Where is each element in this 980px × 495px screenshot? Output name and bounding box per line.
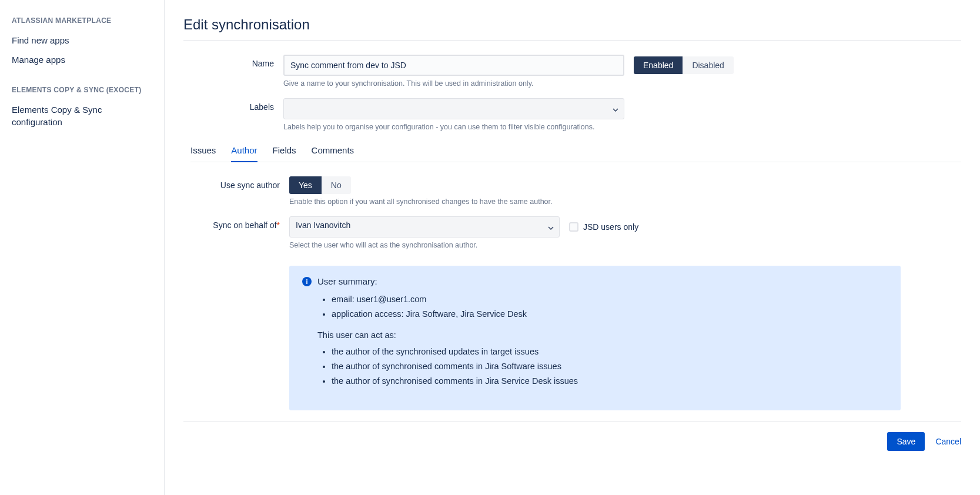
tab-author[interactable]: Author — [231, 142, 257, 162]
info-item: the author of synchronised comments in J… — [332, 359, 888, 374]
info-list-primary: email: user1@user1.com application acces… — [332, 292, 888, 321]
user-summary-panel: i User summary: email: user1@user1.com a… — [289, 266, 901, 410]
sidebar-section-elements: ELEMENTS COPY & SYNC (EXOCET) Elements C… — [12, 86, 152, 132]
label-name: Name — [183, 55, 283, 68]
row-use-sync-author: Use sync author Yes No — [183, 176, 961, 194]
name-input[interactable] — [283, 55, 624, 76]
tab-fields[interactable]: Fields — [273, 142, 296, 162]
jsd-users-checkbox-row: JSD users only — [569, 222, 638, 232]
status-toggle: Enabled Disabled — [634, 56, 734, 74]
tab-issues[interactable]: Issues — [190, 142, 216, 162]
help-sync-behalf: Select the user who will act as the sync… — [289, 241, 961, 249]
info-item: the author of synchronised comments in J… — [332, 374, 888, 389]
label-labels: Labels — [183, 98, 283, 112]
use-sync-no-button[interactable]: No — [322, 176, 351, 194]
info-subtitle: This user can act as: — [317, 330, 888, 340]
help-use-sync: Enable this option if you want all synch… — [289, 198, 961, 206]
save-button[interactable]: Save — [887, 432, 925, 451]
cancel-button[interactable]: Cancel — [935, 437, 961, 446]
label-sync-behalf-text: Sync on behalf of — [213, 220, 276, 230]
info-item: application access: Jira Software, Jira … — [332, 307, 888, 322]
tab-comments[interactable]: Comments — [312, 142, 354, 162]
page-title: Edit synchronisation — [183, 16, 961, 33]
use-sync-toggle: Yes No — [289, 176, 351, 194]
sidebar-section-title: ELEMENTS COPY & SYNC (EXOCET) — [12, 86, 152, 94]
status-enabled-button[interactable]: Enabled — [634, 56, 683, 74]
sidebar: ATLASSIAN MARKETPLACE Find new apps Mana… — [0, 0, 165, 495]
sidebar-item-manage-apps[interactable]: Manage apps — [12, 50, 152, 69]
row-labels: Labels — [183, 98, 961, 119]
behalf-select-wrap: Ivan Ivanovitch — [289, 216, 560, 238]
info-item: the author of the synchronised updates i… — [332, 345, 888, 359]
required-mark: * — [277, 220, 280, 230]
row-sync-behalf: Sync on behalf of* Ivan Ivanovitch JSD u… — [183, 216, 961, 238]
status-disabled-button[interactable]: Disabled — [683, 56, 733, 74]
use-sync-yes-button[interactable]: Yes — [289, 176, 322, 194]
info-item: email: user1@user1.com — [332, 292, 888, 307]
sidebar-section-title: ATLASSIAN MARKETPLACE — [12, 16, 152, 25]
tabs: Issues Author Fields Comments — [190, 142, 961, 162]
label-use-sync-author: Use sync author — [183, 176, 289, 190]
help-labels: Labels help you to organise your configu… — [283, 123, 961, 131]
divider — [183, 40, 961, 41]
sidebar-item-elements-config[interactable]: Elements Copy & Sync configuration — [12, 100, 152, 132]
sidebar-section-marketplace: ATLASSIAN MARKETPLACE Find new apps Mana… — [12, 16, 152, 69]
info-title: User summary: — [317, 276, 377, 286]
label-sync-behalf: Sync on behalf of* — [183, 216, 289, 230]
jsd-users-label: JSD users only — [583, 222, 638, 232]
info-icon: i — [302, 277, 312, 286]
main-content: Edit synchronisation Name Enabled Disabl… — [165, 0, 980, 495]
jsd-users-checkbox[interactable] — [569, 222, 578, 232]
help-name: Give a name to your synchronisation. Thi… — [283, 79, 961, 88]
behalf-select[interactable]: Ivan Ivanovitch — [289, 216, 560, 238]
actions-row: Save Cancel — [183, 432, 961, 451]
row-name: Name Enabled Disabled — [183, 55, 961, 76]
labels-select[interactable] — [283, 98, 624, 119]
divider — [183, 421, 961, 422]
sidebar-item-find-apps[interactable]: Find new apps — [12, 31, 152, 50]
labels-select-wrap — [283, 98, 624, 119]
info-list-secondary: the author of the synchronised updates i… — [332, 345, 888, 388]
